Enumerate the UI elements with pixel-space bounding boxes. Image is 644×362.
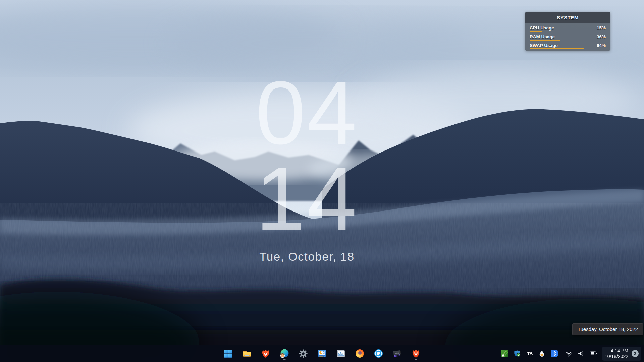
- tray-rainmeter[interactable]: [538, 350, 546, 358]
- rainmeter-drop-icon: [539, 350, 545, 357]
- taskbar: RAM: [0, 345, 644, 362]
- speaker-icon: [578, 350, 585, 357]
- librewolf-icon: [374, 349, 383, 358]
- tray-windows-security[interactable]: [513, 350, 521, 358]
- system-monitor-widget: SYSTEM CPU Usage 15% RAM Usage 36% SWAP …: [525, 12, 610, 51]
- ram-chip-icon: RAM: [392, 349, 402, 358]
- swap-usage-row: SWAP Usage 64%: [525, 41, 610, 50]
- ram-usage-value: 36%: [597, 34, 606, 39]
- librewolf-button[interactable]: [372, 346, 385, 361]
- swap-usage-value: 64%: [597, 43, 606, 48]
- plant-thumbnail-icon: [501, 350, 508, 357]
- tray-translucenttb[interactable]: TB: [526, 350, 534, 358]
- system-widget-body: CPU Usage 15% RAM Usage 36% SWAP Usage 6…: [525, 23, 610, 51]
- system-widget-title: SYSTEM: [525, 12, 610, 23]
- settings-button[interactable]: [297, 346, 310, 361]
- tray-clock[interactable]: 4:14 PM 10/18/2022: [605, 348, 628, 359]
- cpu-usage-value: 15%: [597, 25, 606, 31]
- edge-icon: [280, 349, 289, 358]
- desktop: 04 14 Tue, October, 18 SYSTEM CPU Usage …: [0, 0, 644, 362]
- folder-icon: [242, 349, 252, 358]
- bluetooth-icon: [551, 350, 558, 357]
- tray-battery[interactable]: [590, 350, 598, 358]
- tray-time: 4:14 PM: [611, 348, 628, 354]
- swap-usage-bar: [530, 48, 584, 49]
- windows-logo-icon: [224, 349, 232, 358]
- tray-wifi[interactable]: [565, 350, 573, 358]
- file-explorer-button[interactable]: [240, 346, 254, 361]
- brave-lion-icon: [412, 349, 420, 358]
- resource-monitor-icon: [318, 349, 326, 358]
- date-tooltip: Tuesday, October 18, 2022: [572, 323, 643, 335]
- performance-monitor-button[interactable]: [334, 346, 347, 361]
- start-button[interactable]: [221, 346, 235, 361]
- security-shield-icon: [514, 350, 521, 357]
- gear-icon: [299, 349, 308, 358]
- tray-plant-app[interactable]: [501, 350, 509, 358]
- tray-bluetooth[interactable]: [550, 350, 558, 358]
- battery-icon: [590, 351, 597, 356]
- brave-browser-2-button[interactable]: [409, 346, 423, 361]
- swap-usage-label: SWAP Usage: [530, 43, 558, 48]
- ram-usage-label: RAM Usage: [530, 34, 555, 39]
- tray-date: 10/18/2022: [605, 354, 628, 359]
- brave-browser-button[interactable]: [259, 346, 272, 361]
- translucenttb-icon: TB: [527, 351, 532, 356]
- running-indicator: [283, 359, 286, 360]
- cpu-usage-label: CPU Usage: [530, 25, 554, 31]
- brave-lion-icon: [261, 349, 270, 358]
- wifi-icon: [565, 350, 572, 357]
- ram-tool-button[interactable]: RAM: [390, 346, 404, 361]
- tray-volume[interactable]: [577, 350, 585, 358]
- cpu-usage-row: CPU Usage 15%: [525, 23, 610, 32]
- resource-monitor-button[interactable]: [315, 346, 329, 361]
- running-indicator: [415, 359, 417, 360]
- system-tray: TB: [501, 345, 641, 362]
- tray-clock-area[interactable]: 4:14 PM 10/18/2022 2: [602, 347, 641, 361]
- ram-usage-row: RAM Usage 36%: [525, 32, 610, 41]
- ram-usage-bar: [530, 40, 560, 41]
- wallpaper-image: [0, 0, 644, 362]
- firefox-button[interactable]: [353, 346, 366, 361]
- cpu-usage-bar: [530, 31, 542, 32]
- performance-monitor-icon: [336, 349, 345, 358]
- edge-browser-button[interactable]: [278, 346, 291, 361]
- firefox-icon: [355, 349, 364, 358]
- taskbar-app-icons: RAM: [221, 345, 423, 362]
- notification-count-badge[interactable]: 2: [632, 350, 639, 357]
